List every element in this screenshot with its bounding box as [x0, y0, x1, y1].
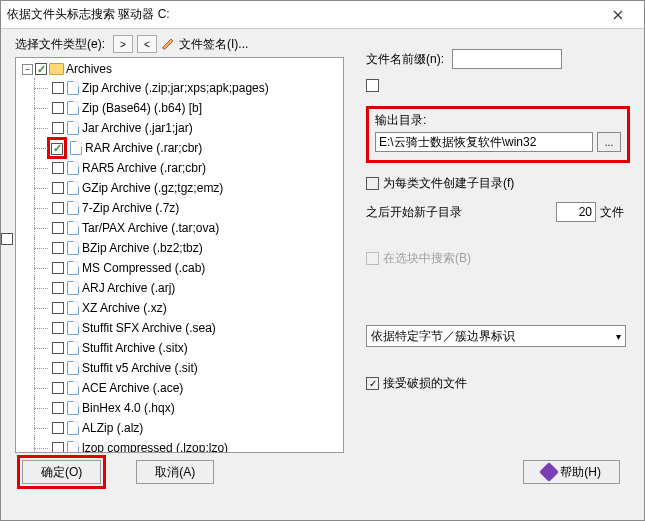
tree-item[interactable]: Zip Archive (.zip;jar;xps;apk;pages)	[18, 78, 341, 98]
item-checkbox[interactable]	[52, 442, 64, 453]
item-checkbox[interactable]	[52, 262, 64, 274]
tree-item[interactable]: Zip (Base64) (.b64) [b]	[18, 98, 341, 118]
file-icon	[67, 421, 79, 435]
tree-item[interactable]: ARJ Archive (.arj)	[18, 278, 341, 298]
upper-row: 选择文件类型(e): > < 文件签名(I)... − Archives	[3, 33, 634, 453]
output-label: 输出目录:	[375, 112, 621, 129]
file-icon	[67, 321, 79, 335]
file-icon	[67, 361, 79, 375]
item-checkbox[interactable]	[52, 222, 64, 234]
item-label: GZip Archive (.gz;tgz;emz)	[82, 181, 223, 195]
subdir-checkbox[interactable]	[366, 177, 379, 190]
item-checkbox[interactable]	[52, 82, 64, 94]
item-checkbox[interactable]	[52, 422, 64, 434]
dialog-window: 依据文件头标志搜索 驱动器 C: 选择文件类型(e): > < 文件签名(I).…	[0, 0, 645, 521]
subdir-count-input[interactable]	[556, 202, 596, 222]
boundary-combo[interactable]: 依据特定字节／簇边界标识 ▾	[366, 325, 626, 347]
side-checkbox[interactable]	[1, 233, 13, 245]
item-checkbox[interactable]	[52, 122, 64, 134]
ok-button[interactable]: 确定(O)	[22, 460, 101, 484]
output-dir-section: 输出目录: ...	[366, 106, 630, 163]
tree-item[interactable]: BinHex 4.0 (.hqx)	[18, 398, 341, 418]
output-dir-input[interactable]	[375, 132, 593, 152]
cancel-button[interactable]: 取消(A)	[136, 460, 214, 484]
prefix-input[interactable]	[452, 49, 562, 69]
file-icon	[67, 401, 79, 415]
item-checkbox[interactable]	[52, 282, 64, 294]
right-column: 文件名前缀(n): 输出目录: ... 为每类文件创建子目录(f)	[344, 33, 634, 453]
folder-icon	[49, 63, 64, 75]
button-row: 确定(O) 取消(A) 帮助(H)	[3, 453, 634, 491]
item-checkbox[interactable]	[52, 322, 64, 334]
tree-item[interactable]: XZ Archive (.xz)	[18, 298, 341, 318]
expander-icon[interactable]: −	[22, 64, 33, 75]
tree-item[interactable]: RAR Archive (.rar;cbr)	[18, 138, 341, 158]
tree-item[interactable]: 7-Zip Archive (.7z)	[18, 198, 341, 218]
item-checkbox[interactable]	[52, 402, 64, 414]
file-icon	[70, 141, 82, 155]
item-label: Jar Archive (.jar1;jar)	[82, 121, 193, 135]
filetype-label: 选择文件类型(e):	[15, 36, 105, 53]
item-checkbox[interactable]	[52, 102, 64, 114]
item-checkbox[interactable]	[52, 382, 64, 394]
item-checkbox[interactable]	[51, 143, 63, 155]
tree-inner: − Archives Zip Archive (.zip;jar;xps;apk…	[16, 58, 343, 453]
item-checkbox[interactable]	[52, 362, 64, 374]
tree-item[interactable]: RAR5 Archive (.rar;cbr)	[18, 158, 341, 178]
file-icon	[67, 121, 79, 135]
subdir-unit-label: 文件	[600, 204, 624, 221]
item-label: RAR Archive (.rar;cbr)	[85, 141, 202, 155]
item-label: BZip Archive (.bz2;tbz)	[82, 241, 203, 255]
item-checkbox[interactable]	[52, 162, 64, 174]
item-label: RAR5 Archive (.rar;cbr)	[82, 161, 206, 175]
help-button[interactable]: 帮助(H)	[523, 460, 620, 484]
left-column: 选择文件类型(e): > < 文件签名(I)... − Archives	[3, 33, 344, 453]
file-icon	[67, 261, 79, 275]
combo-value: 依据特定字节／簇边界标识	[371, 328, 515, 345]
tree-root[interactable]: − Archives	[18, 60, 341, 78]
tree-item[interactable]: ALZip (.alz)	[18, 418, 341, 438]
item-label: ACE Archive (.ace)	[82, 381, 183, 395]
tree-item[interactable]: Tar/PAX Archive (.tar;ova)	[18, 218, 341, 238]
tree-item[interactable]: lzop compressed (.lzop;lzo)	[18, 438, 341, 453]
item-checkbox[interactable]	[52, 302, 64, 314]
accept-damaged-checkbox[interactable]	[366, 377, 379, 390]
browse-button[interactable]: ...	[597, 132, 621, 152]
item-label: BinHex 4.0 (.hqx)	[82, 401, 175, 415]
unlabeled-checkbox[interactable]	[366, 79, 379, 92]
subdir-after-label: 之后开始新子目录	[366, 204, 462, 221]
prev-button[interactable]: >	[113, 35, 133, 53]
file-icon	[67, 241, 79, 255]
root-checkbox[interactable]	[35, 63, 47, 75]
tree-item[interactable]: Jar Archive (.jar1;jar)	[18, 118, 341, 138]
prefix-row: 文件名前缀(n):	[366, 49, 630, 69]
ok-highlight: 确定(O)	[17, 455, 106, 489]
filetype-tree[interactable]: − Archives Zip Archive (.zip;jar;xps;apk…	[15, 57, 344, 453]
subdir-check-label: 为每类文件创建子目录(f)	[383, 175, 514, 192]
tree-item[interactable]: Stuffit v5 Archive (.sit)	[18, 358, 341, 378]
file-signature-link[interactable]: 文件签名(I)...	[179, 36, 248, 53]
tree-item[interactable]: ACE Archive (.ace)	[18, 378, 341, 398]
tree-item[interactable]: BZip Archive (.bz2;tbz)	[18, 238, 341, 258]
next-button[interactable]: <	[137, 35, 157, 53]
tree-item[interactable]: Stuffit Archive (.sitx)	[18, 338, 341, 358]
tree-item[interactable]: Stuffit SFX Archive (.sea)	[18, 318, 341, 338]
item-label: Zip Archive (.zip;jar;xps;apk;pages)	[82, 81, 269, 95]
item-label: Stuffit v5 Archive (.sit)	[82, 361, 198, 375]
tree-item[interactable]: GZip Archive (.gz;tgz;emz)	[18, 178, 341, 198]
root-label: Archives	[66, 62, 112, 76]
item-checkbox[interactable]	[52, 202, 64, 214]
search-in-sel-row: 在选块中搜索(B)	[366, 250, 630, 267]
item-label: MS Compressed (.cab)	[82, 261, 205, 275]
file-icon	[67, 281, 79, 295]
item-checkbox[interactable]	[52, 182, 64, 194]
item-label: Stuffit Archive (.sitx)	[82, 341, 188, 355]
item-label: Zip (Base64) (.b64) [b]	[82, 101, 202, 115]
prefix-label: 文件名前缀(n):	[366, 51, 444, 68]
file-icon	[67, 441, 79, 453]
item-checkbox[interactable]	[52, 342, 64, 354]
close-button[interactable]	[598, 2, 638, 28]
help-label: 帮助(H)	[560, 464, 601, 481]
item-checkbox[interactable]	[52, 242, 64, 254]
tree-item[interactable]: MS Compressed (.cab)	[18, 258, 341, 278]
